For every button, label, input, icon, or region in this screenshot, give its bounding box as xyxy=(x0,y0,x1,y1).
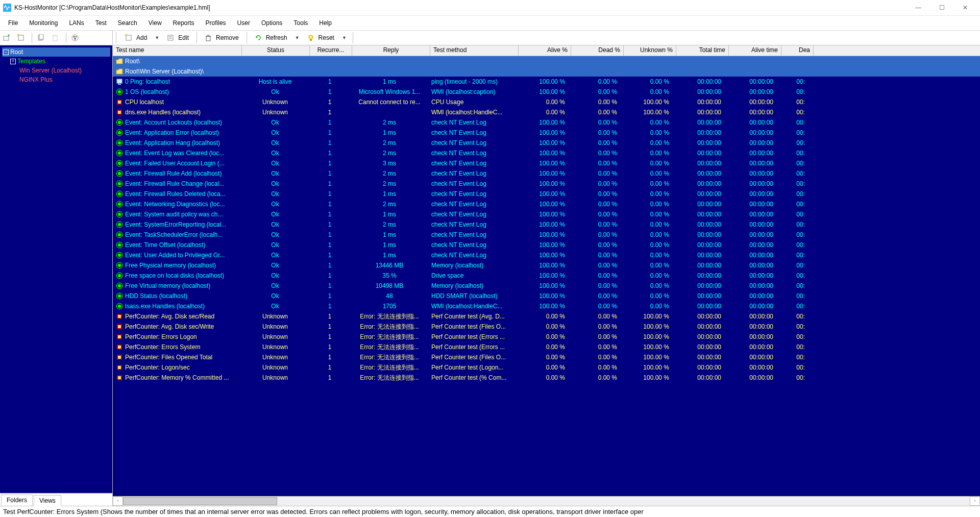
folder-tree[interactable]: −Root +Templates Win Server (Localhost) … xyxy=(0,45,112,493)
trash-icon xyxy=(205,34,212,41)
column-header[interactable]: Status xyxy=(242,45,310,56)
add-dropdown[interactable]: ▼ xyxy=(153,35,161,40)
palette-icon[interactable] xyxy=(71,34,79,41)
test-row[interactable]: dns.exe Handles (localhost)Unknown1WMI (… xyxy=(113,107,980,117)
status-icon xyxy=(116,119,123,126)
test-row[interactable]: Event: Time Offset (localhost)Ok11 msche… xyxy=(113,240,980,250)
test-row[interactable]: PerfCounter: Errors SystemUnknown1Error:… xyxy=(113,342,980,352)
tree-nginx[interactable]: NGINX Plus xyxy=(2,75,110,84)
menu-help[interactable]: Help xyxy=(314,18,337,28)
scroll-left-button[interactable]: ‹ xyxy=(113,497,123,506)
group-row[interactable]: Root\ xyxy=(113,56,980,66)
test-row[interactable]: PerfCounter: Avg. Disk sec/WriteUnknown1… xyxy=(113,322,980,332)
test-row[interactable]: Free Virtual memory (localhost)Ok110498 … xyxy=(113,281,980,291)
test-row[interactable]: Event: Firewall Rules Deleted (loca...Ok… xyxy=(113,189,980,199)
menu-monitoring[interactable]: Monitoring xyxy=(24,18,63,28)
grid-header[interactable]: Test nameStatusRecurre...ReplyTest metho… xyxy=(113,45,980,56)
svg-point-53 xyxy=(118,233,121,236)
test-row[interactable]: Free Physical memory (localhost)Ok113446… xyxy=(113,260,980,270)
horizontal-scrollbar[interactable]: ‹ › xyxy=(113,496,980,506)
test-row[interactable]: PerfCounter: Avg. Disk sec/ReadUnknown1E… xyxy=(113,311,980,322)
tree-root[interactable]: −Root xyxy=(2,47,110,57)
test-row[interactable]: CPU localhostUnknown1Cannot connect to r… xyxy=(113,97,980,107)
test-row[interactable]: Event: TaskSchedulerError (localh...Ok11… xyxy=(113,230,980,240)
reset-dropdown[interactable]: ▼ xyxy=(340,35,349,40)
test-row[interactable]: Event: Networking Diagnostics (loc...Ok1… xyxy=(113,199,980,209)
test-row[interactable]: Event: User Added to Privileged Gr...Ok1… xyxy=(113,250,980,260)
tree-winserver[interactable]: Win Server (Localhost) xyxy=(2,66,110,75)
new-item-icon[interactable] xyxy=(17,34,24,41)
menu-user[interactable]: User xyxy=(232,18,255,28)
svg-rect-23 xyxy=(118,84,121,85)
menu-options[interactable]: Options xyxy=(256,18,287,28)
grid-body[interactable]: Root\Root\Win Server (Localhost)\0 Ping:… xyxy=(113,56,980,496)
column-header[interactable]: Test method xyxy=(430,45,519,56)
scroll-thumb[interactable] xyxy=(123,497,277,505)
menu-reports[interactable]: Reports xyxy=(168,18,200,28)
menu-profiles[interactable]: Profiles xyxy=(201,18,231,28)
tab-folders[interactable]: Folders xyxy=(1,495,33,506)
remove-button[interactable]: Remove xyxy=(201,33,242,43)
test-row[interactable]: lsass.exe Handles (localhost)Ok11705WMI … xyxy=(113,301,980,311)
tree-templates[interactable]: +Templates xyxy=(2,57,110,66)
svg-point-65 xyxy=(118,294,121,298)
test-row[interactable]: PerfCounter: Memory % Committed ...Unkno… xyxy=(113,373,980,383)
test-row[interactable]: Event: SystemErrorReporting (local...Ok1… xyxy=(113,219,980,230)
status-icon xyxy=(116,150,123,157)
copy-icon[interactable] xyxy=(37,34,44,41)
test-row[interactable]: PerfCounter: Files Opened TotalUnknown1E… xyxy=(113,352,980,362)
column-header[interactable]: Alive time xyxy=(729,45,781,56)
test-row[interactable]: PerfCounter: Logon/secUnknown1Error: 无法连… xyxy=(113,362,980,373)
test-row[interactable]: Event: Application Error (localhost)Ok11… xyxy=(113,128,980,138)
test-row[interactable]: Event: Account Lockouts (localhost)Ok12 … xyxy=(113,117,980,128)
new-folder-icon[interactable] xyxy=(3,34,10,41)
refresh-button[interactable]: Refresh xyxy=(251,33,291,43)
test-row[interactable]: Free space on local disks (localhost)Ok1… xyxy=(113,270,980,281)
status-icon xyxy=(116,262,123,269)
menu-tools[interactable]: Tools xyxy=(288,18,313,28)
delete-icon[interactable] xyxy=(52,34,59,41)
column-header[interactable]: Dea xyxy=(781,45,814,56)
column-header[interactable]: Alive % xyxy=(519,45,571,56)
svg-point-59 xyxy=(118,264,121,267)
test-row[interactable]: Event: Firewall Rule Add (localhost)Ok12… xyxy=(113,168,980,179)
close-button[interactable]: ✕ xyxy=(953,0,977,15)
menu-lans[interactable]: LANs xyxy=(64,18,89,28)
column-header[interactable]: Test name xyxy=(113,45,242,56)
test-row[interactable]: Event: Failed User Account Login (...Ok1… xyxy=(113,158,980,168)
test-row[interactable]: Event: Firewall Rule Change (local...Ok1… xyxy=(113,179,980,189)
column-header[interactable]: Total time xyxy=(676,45,729,56)
status-icon xyxy=(116,364,123,371)
status-icon xyxy=(116,343,123,351)
group-row[interactable]: Root\Win Server (Localhost)\ xyxy=(113,66,980,77)
column-header[interactable]: Dead % xyxy=(571,45,624,56)
maximize-button[interactable]: ☐ xyxy=(930,0,953,15)
edit-button[interactable]: Edit xyxy=(163,33,192,43)
svg-point-57 xyxy=(118,254,121,257)
test-row[interactable]: 0 Ping: localhostHost is alive11 msping … xyxy=(113,77,980,87)
column-header[interactable]: Unknown % xyxy=(624,45,676,56)
test-row[interactable]: PerfCounter: Errors LogonUnknown1Error: … xyxy=(113,332,980,342)
column-header[interactable]: Reply xyxy=(352,45,430,56)
minimize-button[interactable]: — xyxy=(906,0,930,15)
menu-file[interactable]: File xyxy=(3,18,23,28)
test-row[interactable]: Event: Event Log was Cleared (loc...Ok12… xyxy=(113,148,980,158)
reset-button[interactable]: Reset xyxy=(304,33,338,43)
tab-views[interactable]: Views xyxy=(34,495,61,506)
test-row[interactable]: HDD Status (localhost)Ok148HDD SMART (lo… xyxy=(113,291,980,301)
svg-rect-75 xyxy=(118,346,121,349)
test-row[interactable]: Event: Application Hang (localhost)Ok12 … xyxy=(113,138,980,148)
column-header[interactable]: Recurre... xyxy=(310,45,352,56)
menu-search[interactable]: Search xyxy=(113,18,142,28)
status-icon xyxy=(116,333,123,340)
add-button[interactable]: Add xyxy=(121,33,151,43)
refresh-dropdown[interactable]: ▼ xyxy=(293,35,302,40)
menu-test[interactable]: Test xyxy=(90,18,112,28)
scroll-right-button[interactable]: › xyxy=(970,497,980,506)
menu-view[interactable]: View xyxy=(143,18,167,28)
test-row[interactable]: 1 OS (localhost)Ok1Microsoft Windows 1..… xyxy=(113,87,980,97)
left-toolbar xyxy=(0,31,112,45)
svg-point-9 xyxy=(72,35,78,41)
test-row[interactable]: Event: System audit policy was ch...Ok11… xyxy=(113,209,980,219)
svg-point-51 xyxy=(118,223,121,226)
